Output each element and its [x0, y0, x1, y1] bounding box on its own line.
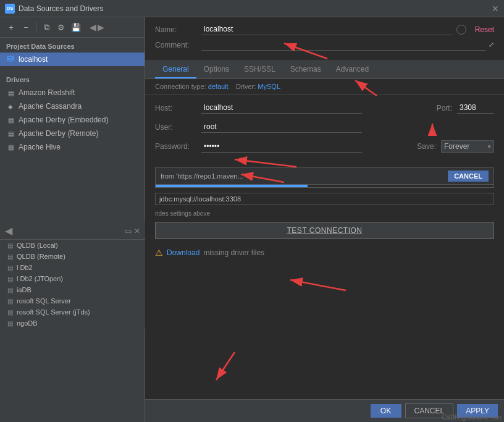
download-missing-row: ⚠ Download missing driver files	[155, 248, 494, 258]
tab-general[interactable]: General	[155, 61, 196, 78]
driver-label: Driver:	[236, 83, 256, 90]
ok-button[interactable]: OK	[371, 404, 401, 418]
comment-label: Comment:	[155, 41, 201, 49]
hive-icon: ▤	[6, 143, 15, 151]
mariadb-icon: ▤	[7, 287, 13, 293]
driver-overlay: ◀ ▭ ✕ ▤ QLDB (Local) ▤ QLDB (Remote) ▤ l…	[0, 222, 145, 329]
back-button[interactable]: ◀	[90, 22, 96, 32]
password-input[interactable]	[201, 141, 362, 153]
title-bar-title: Data Sources and Drivers	[19, 4, 103, 13]
sidebar-item-derby-remote[interactable]: ▤ Apache Derby (Remote)	[0, 127, 145, 140]
driver-item-mongodb[interactable]: ▤ ngoDB	[0, 318, 145, 329]
duplicate-button[interactable]: ⧉	[40, 21, 52, 33]
name-label: Name:	[155, 25, 201, 34]
sidebar-item-localhost[interactable]: localhost	[0, 53, 145, 66]
comment-input[interactable]	[201, 39, 486, 51]
sidebar-item-hive[interactable]: ▤ Apache Hive	[0, 140, 145, 154]
download-link[interactable]: Download	[167, 248, 200, 257]
redshift-label: Amazon Redshift	[19, 88, 75, 97]
warning-icon: ⚠	[155, 248, 163, 258]
name-row: Name: Reset	[155, 23, 494, 35]
port-label: Port:	[437, 104, 452, 112]
drivers-label: Drivers	[0, 71, 145, 86]
radio-button[interactable]	[456, 25, 466, 35]
jdbc-input[interactable]	[155, 193, 494, 205]
reset-link[interactable]: Reset	[475, 25, 494, 34]
mssql-icon: ▤	[7, 298, 13, 305]
qldb-remote-label: QLDB (Remote)	[17, 253, 65, 260]
download-cancel-button[interactable]: CANCEL	[448, 171, 489, 182]
name-input[interactable]	[201, 23, 453, 35]
comment-row: Comment: ⤢	[155, 39, 494, 51]
tab-advanced[interactable]: Advanced	[329, 61, 376, 78]
mongodb-icon: ▤	[7, 320, 13, 327]
tab-options[interactable]: Options	[196, 61, 237, 78]
derby-embedded-label: Apache Derby (Embedded)	[19, 116, 108, 124]
close-button[interactable]: ✕	[492, 4, 499, 14]
port-input[interactable]	[457, 102, 494, 114]
mongodb-label: ngoDB	[17, 319, 38, 327]
save-button[interactable]: 💾	[70, 21, 82, 33]
hive-label: Apache Hive	[19, 143, 61, 151]
content-area: Name: Reset Comment: ⤢ General Options S…	[145, 17, 504, 422]
overlay-minimize[interactable]: ▭	[125, 227, 132, 235]
missing-driver-text: missing driver files	[203, 248, 264, 257]
forward-button[interactable]: ▶	[98, 22, 104, 32]
test-connection-button[interactable]: TEST CONNECTION	[155, 222, 494, 239]
overlay-close-area: ▭ ✕	[125, 227, 140, 235]
settings-button[interactable]: ⚙	[55, 21, 67, 33]
sidebar-item-derby-embedded[interactable]: ▤ Apache Derby (Embedded)	[0, 113, 145, 127]
mssql-jtds-label: rosoft SQL Server (jTds)	[17, 308, 90, 316]
user-row: User:	[155, 121, 494, 133]
remove-button[interactable]: −	[20, 21, 32, 33]
driver-item-qldb-local[interactable]: ▤ QLDB (Local)	[0, 240, 145, 251]
driver-item-mssql-jtds[interactable]: ▤ rosoft SQL Server (jTds)	[0, 306, 145, 318]
save-select[interactable]: Forever Until restart Never	[441, 140, 494, 153]
tab-schemas[interactable]: Schemas	[283, 61, 329, 78]
sidebar: + − ⧉ ⚙ 💾 ◀ ▶ Project Data Sources local…	[0, 17, 145, 422]
db2-jtopen-label: l Db2 (JTOpen)	[17, 275, 63, 282]
driver-item-qldb-remote[interactable]: ▤ QLDB (Remote)	[0, 251, 145, 262]
toolbar-separator	[36, 22, 36, 32]
sidebar-item-amazon-redshift[interactable]: ▤ Amazon Redshift	[0, 86, 145, 99]
save-select-wrapper: Forever Until restart Never	[441, 140, 494, 153]
name-section: Name: Reset Comment: ⤢	[145, 17, 504, 61]
general-form: Host: Port: User: Password: Save:	[145, 95, 504, 167]
db2-icon: ▤	[7, 264, 13, 271]
project-datasources-label: Project Data Sources	[0, 38, 145, 53]
progress-bar-container	[156, 185, 494, 187]
qldb-local-icon: ▤	[7, 242, 13, 249]
db2-jtopen-icon: ▤	[7, 276, 13, 282]
tab-ssh-ssl[interactable]: SSH/SSL	[237, 61, 283, 78]
download-header: from 'https://repo1.maven... CANCEL	[156, 168, 494, 185]
driver-item-mariadb[interactable]: ▤ iaDB	[0, 284, 145, 295]
sidebar-item-cassandra[interactable]: ◈ Apache Cassandra	[0, 99, 145, 113]
driver-value: MySQL	[258, 83, 280, 90]
progress-bar	[156, 185, 308, 187]
overlay-close[interactable]: ✕	[134, 227, 140, 235]
password-row: Password: Save: Forever Until restart Ne…	[155, 140, 494, 153]
host-input[interactable]	[201, 102, 362, 114]
save-label: Save:	[417, 142, 436, 151]
user-input[interactable]	[201, 121, 362, 133]
add-button[interactable]: +	[5, 21, 17, 33]
driver-item-mssql[interactable]: ▤ rosoft SQL Server	[0, 295, 145, 306]
svg-point-0	[7, 56, 14, 59]
driver-item-db2[interactable]: ▤ l Db2	[0, 262, 145, 273]
host-label: Host:	[155, 104, 201, 112]
driver-item-db2-jtopen[interactable]: ▤ l Db2 (JTOpen)	[0, 273, 145, 284]
jdbc-row	[155, 193, 494, 205]
port-group: Port:	[437, 102, 494, 114]
drivers-section: Drivers ▤ Amazon Redshift ◈ Apache Cassa…	[0, 71, 145, 154]
password-label: Password:	[155, 142, 201, 151]
title-bar: DS Data Sources and Drivers ✕	[0, 0, 504, 17]
qldb-remote-icon: ▤	[7, 253, 13, 260]
title-bar-left: DS Data Sources and Drivers	[5, 4, 103, 14]
cassandra-label: Apache Cassandra	[19, 102, 82, 111]
overlay-left-arrow[interactable]: ◀	[5, 225, 12, 237]
save-group: Save: Forever Until restart Never	[417, 140, 494, 153]
datasource-icon	[6, 55, 15, 64]
expand-button[interactable]: ⤢	[489, 41, 494, 49]
tabs-bar: General Options SSH/SSL Schemas Advanced	[145, 61, 504, 79]
derby-remote-icon: ▤	[6, 129, 15, 138]
